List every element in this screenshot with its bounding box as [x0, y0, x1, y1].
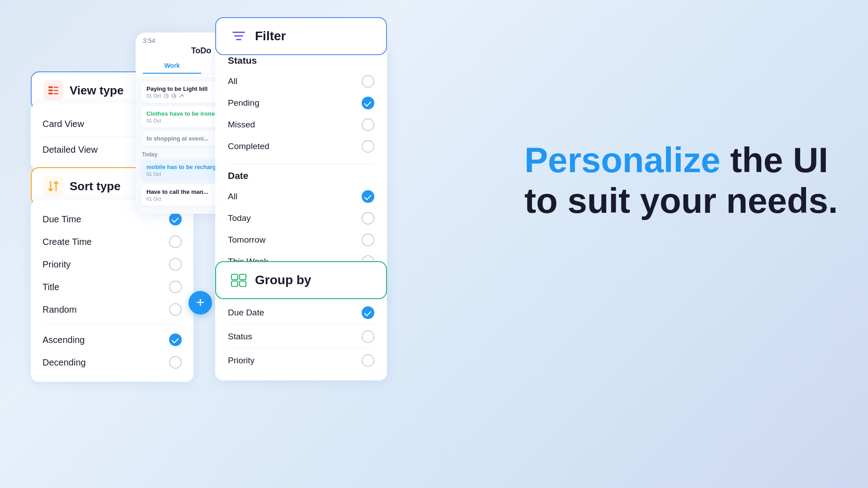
filter-icon-box	[229, 26, 249, 46]
hero-text-block: Personalize the UI to suit your needs.	[524, 140, 841, 221]
sort-ascending-label: Ascending	[42, 335, 85, 345]
groupby-title: Group by	[255, 273, 311, 287]
groupby-due-date-label: Due Date	[228, 308, 264, 318]
filter-date-section: Date	[228, 170, 374, 181]
filter-status-completed-radio[interactable]	[362, 140, 374, 153]
filter-status-missed[interactable]: Missed	[228, 114, 374, 136]
sort-option-create-time[interactable]: Create Time	[42, 230, 182, 253]
groupby-status-label: Status	[228, 332, 252, 342]
groupby-card-header: Group by	[215, 261, 387, 299]
todo-tab-work[interactable]: Work	[143, 58, 201, 74]
sort-decending-radio[interactable]	[169, 356, 182, 369]
fab-plus-icon: +	[196, 295, 205, 310]
svg-rect-10	[236, 39, 241, 40]
filter-status-missed-radio[interactable]	[362, 118, 374, 131]
sort-option-title[interactable]: Title	[42, 276, 182, 298]
view-type-icon-box	[43, 80, 63, 100]
sort-decending-label: Decending	[42, 357, 86, 368]
svg-rect-14	[240, 281, 246, 286]
filter-date-all-radio[interactable]	[362, 190, 374, 203]
groupby-due-date-radio[interactable]	[362, 306, 374, 319]
sort-due-time-radio[interactable]	[169, 213, 182, 225]
filter-status-all-radio[interactable]	[362, 75, 374, 88]
sort-icon	[46, 179, 61, 193]
filter-status-pending-label: Pending	[228, 98, 259, 108]
filter-status-pending[interactable]: Pending	[228, 92, 374, 114]
filter-date-tomorrow[interactable]: Tomorrow	[228, 229, 374, 251]
filter-date-today-radio[interactable]	[362, 212, 374, 225]
hero-line-1-rest: the UI	[721, 140, 828, 180]
groupby-option-priority[interactable]: Priority	[228, 349, 374, 372]
sort-type-options-panel: Due Time Create Time Priority Title Rand…	[31, 200, 193, 382]
svg-rect-11	[231, 274, 238, 280]
sort-option-decending[interactable]: Decending	[42, 351, 182, 374]
sort-ascending-radio[interactable]	[169, 333, 182, 346]
hero-line-2: to suit your needs.	[524, 181, 841, 221]
svg-rect-2	[48, 93, 53, 94]
filter-status-completed[interactable]: Completed	[228, 136, 374, 157]
hero-accent: Personalize	[524, 140, 721, 180]
filter-status-missed-label: Missed	[228, 120, 255, 130]
filter-status-completed-label: Completed	[228, 141, 269, 151]
groupby-icon	[231, 273, 247, 287]
filter-date-tomorrow-label: Tomorrow	[228, 235, 265, 245]
svg-rect-5	[54, 93, 58, 94]
svg-rect-0	[48, 86, 53, 88]
sort-type-title: Sort type	[70, 179, 121, 193]
filter-card-header: Filter	[215, 17, 387, 55]
view-type-detailed-label: Detailed View	[42, 145, 98, 155]
filter-date-today[interactable]: Today	[228, 207, 374, 229]
groupby-option-status[interactable]: Status	[228, 325, 374, 349]
list-icon	[47, 84, 60, 97]
sort-priority-radio[interactable]	[169, 258, 182, 271]
filter-status-all[interactable]: All	[228, 70, 374, 92]
svg-rect-8	[232, 32, 245, 33]
svg-rect-12	[240, 274, 246, 280]
groupby-icon-box	[229, 270, 249, 290]
sort-priority-label: Priority	[42, 259, 71, 270]
svg-rect-3	[54, 87, 58, 88]
sort-due-time-label: Due Time	[42, 214, 81, 225]
filter-status-section: Status	[228, 55, 374, 66]
view-type-title: View type	[70, 84, 123, 98]
sort-create-time-radio[interactable]	[169, 235, 182, 248]
svg-rect-4	[54, 90, 58, 91]
groupby-option-due-date[interactable]: Due Date	[228, 301, 374, 325]
svg-rect-13	[231, 281, 238, 286]
sort-option-priority[interactable]: Priority	[42, 253, 182, 276]
view-type-card-label: Card View	[42, 119, 84, 129]
filter-divider	[228, 164, 374, 164]
sort-title-radio[interactable]	[169, 281, 182, 293]
sort-random-radio[interactable]	[169, 303, 182, 316]
sort-random-label: Random	[42, 305, 77, 315]
filter-status-pending-radio[interactable]	[362, 97, 374, 109]
filter-icon	[231, 30, 246, 42]
groupby-status-radio[interactable]	[362, 330, 374, 343]
filter-status-all-label: All	[228, 76, 237, 86]
svg-rect-1	[48, 89, 53, 91]
groupby-options-panel: Due Date Status Priority	[215, 293, 387, 380]
sort-divider	[42, 324, 182, 325]
sort-title-label: Title	[42, 282, 59, 292]
groupby-priority-radio[interactable]	[362, 354, 374, 367]
fab-add-button[interactable]: +	[189, 291, 212, 314]
todo-item-4-title: mobile has to be recharged	[146, 164, 223, 170]
sort-type-icon-box	[43, 176, 63, 196]
filter-date-all[interactable]: All	[228, 186, 374, 207]
filter-date-tomorrow-radio[interactable]	[362, 234, 374, 246]
sort-option-ascending[interactable]: Ascending	[42, 328, 182, 351]
hero-line-1: Personalize the UI	[524, 140, 841, 181]
filter-date-today-label: Today	[228, 213, 251, 223]
svg-rect-9	[234, 35, 243, 37]
filter-title: Filter	[255, 29, 286, 43]
groupby-priority-label: Priority	[228, 356, 255, 366]
sort-option-random[interactable]: Random	[42, 298, 182, 321]
sort-create-time-label: Create Time	[42, 237, 92, 247]
filter-date-all-label: All	[228, 192, 237, 202]
